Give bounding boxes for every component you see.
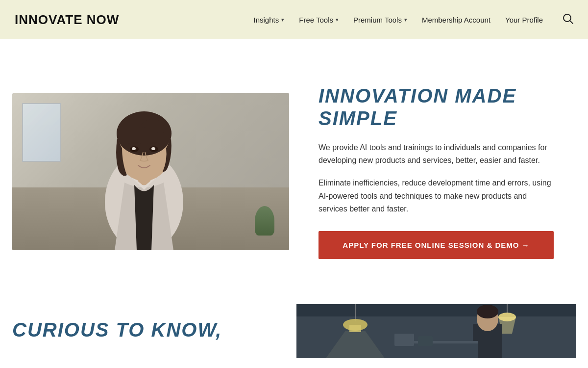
site-logo[interactable]: INNOVATE NOW bbox=[15, 12, 119, 27]
nav-premium-tools[interactable]: Premium Tools ▾ bbox=[353, 16, 407, 24]
site-header: INNOVATE NOW Insights ▾ Free Tools ▾ Pre… bbox=[0, 0, 588, 39]
main-content: INNOVATION MADE SIMPLE We provide AI too… bbox=[0, 39, 588, 358]
bottom-section: CURIOUS TO KNOW, bbox=[0, 304, 588, 358]
nav-free-tools[interactable]: Free Tools ▾ bbox=[299, 16, 339, 24]
hero-section: INNOVATION MADE SIMPLE We provide AI too… bbox=[0, 39, 588, 304]
search-icon[interactable] bbox=[563, 13, 573, 26]
hero-description-1: We provide AI tools and trainings to ind… bbox=[318, 141, 554, 167]
svg-point-0 bbox=[564, 14, 571, 22]
svg-rect-24 bbox=[418, 336, 433, 346]
bottom-text: CURIOUS TO KNOW, bbox=[12, 304, 296, 341]
nav-membership[interactable]: Membership Account bbox=[422, 16, 490, 24]
free-tools-chevron-icon: ▾ bbox=[336, 17, 339, 23]
svg-point-9 bbox=[132, 147, 136, 150]
insights-chevron-icon: ▾ bbox=[281, 17, 284, 23]
hero-description-2: Eliminate inefficiencies, reduce develop… bbox=[318, 177, 554, 215]
svg-line-1 bbox=[570, 21, 573, 24]
svg-point-6 bbox=[117, 111, 172, 156]
hero-image bbox=[12, 93, 289, 250]
hero-content: INNOVATION MADE SIMPLE We provide AI too… bbox=[318, 84, 554, 260]
hero-title: INNOVATION MADE SIMPLE bbox=[318, 84, 554, 130]
main-nav: Insights ▾ Free Tools ▾ Premium Tools ▾ … bbox=[254, 13, 573, 26]
svg-point-20 bbox=[477, 305, 498, 318]
nav-free-tools-label: Free Tools bbox=[299, 16, 333, 24]
cta-button[interactable]: APPLY FOR FREE ONLINE SESSION & DEMO → bbox=[318, 231, 554, 259]
svg-point-10 bbox=[151, 147, 155, 150]
svg-rect-23 bbox=[394, 334, 414, 346]
bottom-title: CURIOUS TO KNOW, bbox=[12, 319, 296, 341]
svg-rect-12 bbox=[296, 304, 576, 316]
nav-membership-label: Membership Account bbox=[422, 16, 490, 24]
nav-insights-label: Insights bbox=[254, 16, 279, 24]
nav-profile-label: Your Profile bbox=[505, 16, 543, 24]
nav-profile[interactable]: Your Profile bbox=[505, 16, 543, 24]
premium-tools-chevron-icon: ▾ bbox=[404, 17, 407, 23]
nav-premium-tools-label: Premium Tools bbox=[353, 16, 402, 24]
bottom-image bbox=[296, 304, 576, 358]
nav-insights[interactable]: Insights ▾ bbox=[254, 16, 285, 24]
